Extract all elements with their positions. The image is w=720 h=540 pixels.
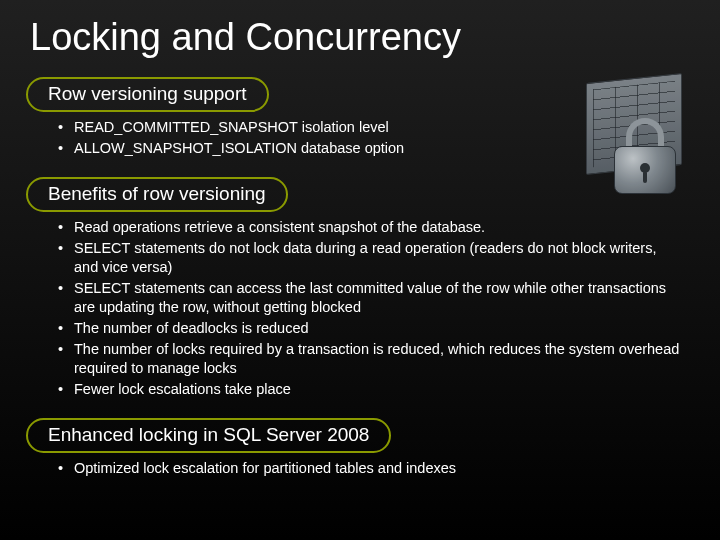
section-body: READ_COMMITTED_SNAPSHOT isolation level … bbox=[30, 112, 690, 167]
section-header: Enhanced locking in SQL Server 2008 bbox=[26, 418, 391, 453]
section-body: Read operations retrieve a consistent sn… bbox=[30, 212, 690, 408]
list-item: Fewer lock escalations take place bbox=[58, 380, 680, 400]
section-body: Optimized lock escalation for partitione… bbox=[30, 453, 690, 488]
bullet-list: READ_COMMITTED_SNAPSHOT isolation level … bbox=[58, 118, 680, 158]
slide-title: Locking and Concurrency bbox=[30, 16, 690, 59]
list-item: SELECT statements can access the last co… bbox=[58, 279, 680, 318]
section-header: Row versioning support bbox=[26, 77, 269, 112]
list-item: SELECT statements do not lock data durin… bbox=[58, 239, 680, 278]
section-benefits: Benefits of row versioning Read operatio… bbox=[30, 177, 690, 408]
bullet-list: Read operations retrieve a consistent sn… bbox=[58, 218, 680, 399]
list-item: READ_COMMITTED_SNAPSHOT isolation level bbox=[58, 118, 680, 138]
section-header: Benefits of row versioning bbox=[26, 177, 288, 212]
slide: Locking and Concurrency Row versioning s… bbox=[0, 0, 720, 518]
section-enhanced-locking: Enhanced locking in SQL Server 2008 Opti… bbox=[30, 418, 690, 488]
list-item: The number of locks required by a transa… bbox=[58, 340, 680, 379]
list-item: Optimized lock escalation for partitione… bbox=[58, 459, 680, 479]
list-item: The number of deadlocks is reduced bbox=[58, 319, 680, 339]
section-row-versioning: Row versioning support READ_COMMITTED_SN… bbox=[30, 77, 690, 167]
list-item: Read operations retrieve a consistent sn… bbox=[58, 218, 680, 238]
bullet-list: Optimized lock escalation for partitione… bbox=[58, 459, 680, 479]
list-item: ALLOW_SNAPSHOT_ISOLATION database option bbox=[58, 139, 680, 159]
